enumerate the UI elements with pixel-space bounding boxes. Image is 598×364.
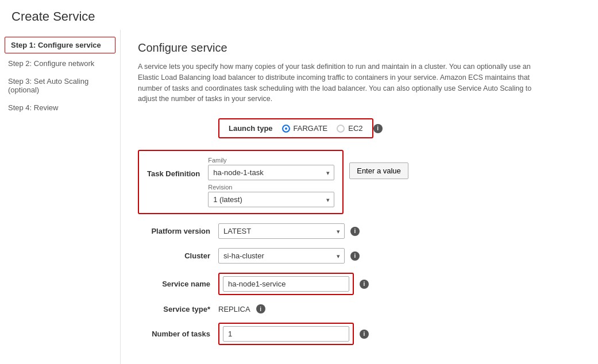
- sidebar-item-step3[interactable]: Step 3: Set Auto Scaling (optional): [0, 72, 120, 99]
- family-select[interactable]: ha-node-1-task: [208, 165, 334, 180]
- sidebar: Step 1: Configure service Step 2: Config…: [0, 30, 121, 364]
- cluster-select[interactable]: si-ha-cluster: [218, 248, 345, 264]
- family-label: Family: [208, 157, 334, 164]
- service-type-label: Service type*: [138, 305, 218, 313]
- revision-select[interactable]: 1 (latest): [208, 192, 334, 207]
- main-content: Configure service A service lets you spe…: [121, 30, 598, 364]
- content-description: A service lets you specify how many copi…: [138, 61, 551, 104]
- sidebar-item-step1[interactable]: Step 1: Configure service: [5, 37, 115, 53]
- sidebar-item-step2[interactable]: Step 2: Configure network: [0, 55, 120, 72]
- platform-version-label: Platform version: [138, 227, 218, 235]
- launch-type-box: Launch type FARGATE EC2: [218, 118, 373, 138]
- launch-type-info-icon[interactable]: i: [373, 124, 383, 133]
- fargate-radio[interactable]: [282, 125, 290, 133]
- task-def-label: Task Definition: [147, 157, 200, 178]
- task-def-box: Task Definition Family ha-node-1-task Re: [138, 150, 344, 214]
- platform-version-info-icon[interactable]: i: [350, 227, 360, 236]
- service-name-label: Service name: [138, 280, 218, 288]
- num-tasks-info-icon[interactable]: i: [360, 330, 369, 339]
- service-type-info-icon[interactable]: i: [256, 304, 265, 313]
- service-name-box: [218, 273, 354, 295]
- sidebar-item-step4[interactable]: Step 4: Review: [0, 99, 120, 117]
- cluster-info-icon[interactable]: i: [350, 251, 360, 261]
- enter-value-button[interactable]: Enter a value: [349, 162, 408, 179]
- service-name-info-icon[interactable]: i: [360, 280, 369, 289]
- num-tasks-input[interactable]: [223, 326, 349, 342]
- launch-type-label: Launch type: [229, 124, 273, 133]
- revision-label: Revision: [208, 184, 334, 191]
- service-name-input[interactable]: [223, 276, 349, 292]
- num-tasks-box: [218, 323, 354, 345]
- fargate-option[interactable]: FARGATE: [282, 124, 328, 133]
- platform-version-select[interactable]: LATEST: [218, 223, 345, 239]
- num-tasks-label: Number of tasks: [138, 330, 218, 338]
- cluster-label: Cluster: [138, 251, 218, 260]
- ec2-option[interactable]: EC2: [337, 124, 362, 133]
- service-type-value: REPLICA: [218, 305, 250, 313]
- ec2-radio[interactable]: [337, 125, 345, 133]
- content-title: Configure service: [138, 41, 581, 55]
- page-title: Create Service: [0, 0, 598, 30]
